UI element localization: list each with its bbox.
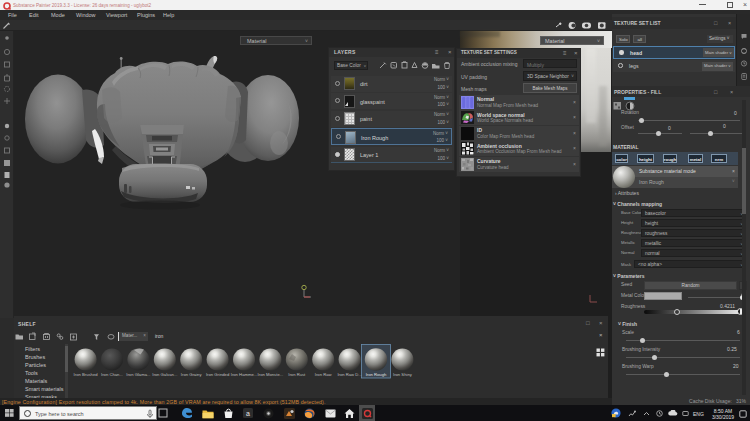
- svg-text:Iron Grainy: Iron Grainy: [181, 372, 203, 377]
- svg-text:Iron Raw D...: Iron Raw D...: [337, 372, 361, 377]
- svg-text:Iron Raw: Iron Raw: [315, 372, 333, 377]
- svg-text:Iron Monste...: Iron Monste...: [258, 372, 284, 377]
- svg-text:Iron Glama...: Iron Glama...: [126, 372, 150, 377]
- svg-text:Iron Rust: Iron Rust: [288, 372, 306, 377]
- svg-text:Iron Brushed: Iron Brushed: [74, 372, 99, 377]
- svg-text:Iron Grinded: Iron Grinded: [206, 372, 230, 377]
- svg-text:Iron Rough: Iron Rough: [366, 372, 387, 377]
- svg-text:Iron Hamme...: Iron Hamme...: [231, 372, 258, 377]
- svg-text:Iron Shiny: Iron Shiny: [393, 372, 413, 377]
- svg-text:Iron Galvan...: Iron Galvan...: [152, 372, 177, 377]
- svg-text:Iron Chan...: Iron Chan...: [101, 372, 123, 377]
- svg-text:a: a: [246, 410, 250, 417]
